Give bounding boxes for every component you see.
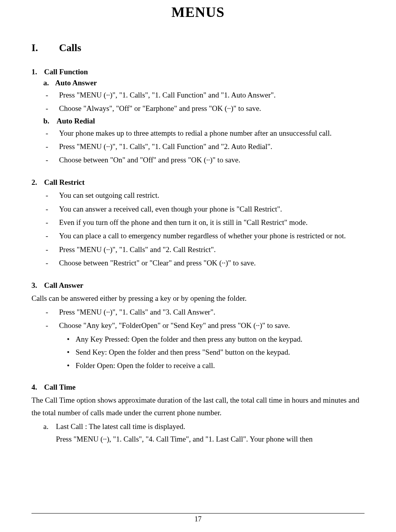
item-letter: a. — [43, 420, 56, 433]
list-text: You can answer a received call, even tho… — [59, 205, 282, 213]
heading-label: Calls — [59, 42, 81, 53]
bullet-text: Folder Open: Open the folder to receive … — [76, 361, 215, 370]
page-number: 17 — [194, 515, 202, 523]
list-text: Choose between "Restrict" or "Clear" and… — [59, 259, 256, 267]
dash-icon: - — [46, 89, 59, 101]
subsection-number: 1. — [31, 68, 44, 76]
dash-icon: - — [46, 319, 59, 332]
subsection-label: Call Restrict — [44, 178, 85, 186]
list-text: Press "MENU (··)", "1. Calls" and "2. Ca… — [59, 245, 216, 254]
subsection-call-time: 4.Call Time — [31, 383, 365, 392]
dash-icon: - — [46, 189, 59, 202]
bullet-item: •Folder Open: Open the folder to receive… — [67, 359, 365, 372]
lettered-item: a.Last Call : The latest call time is di… — [43, 420, 365, 433]
bullet-icon: • — [67, 359, 76, 372]
page-footer: 17 — [31, 513, 365, 523]
list-item: -Choose between "On" and "Off" and press… — [46, 154, 365, 166]
bullet-icon: • — [67, 346, 76, 359]
lettered-continuation: Press "MENU (··), "1. Calls", "4. Call T… — [56, 433, 365, 445]
list-text: Press "MENU (··)", "1. Calls", "1. Call … — [59, 91, 276, 99]
bullet-item: •Send Key: Open the folder and then pres… — [67, 346, 365, 359]
list-item: -You can set outgoing call restrict. — [46, 189, 365, 202]
subsection-number: 3. — [31, 281, 44, 290]
dash-icon: - — [46, 216, 59, 229]
bullet-item: •Any Key Pressed: Open the folder and th… — [67, 333, 365, 346]
page: MENUS I.Calls 1.Call Function a.Auto Ans… — [0, 0, 396, 532]
list-item: -Even if you turn off the phone and then… — [46, 216, 365, 229]
list-text: You can place a call to emergency number… — [59, 232, 346, 240]
dash-icon: - — [46, 140, 59, 153]
list-item: -You can answer a received call, even th… — [46, 203, 365, 215]
item-auto-redial: b. Auto Redial — [43, 117, 365, 125]
list-item: -Choose "Always", "Off" or "Earphone" an… — [46, 102, 365, 115]
heading-number: I. — [31, 42, 59, 54]
list-text: Choose "Always", "Off" or "Earphone" and… — [59, 104, 261, 112]
item-auto-answer: a.Auto Answer — [43, 79, 365, 87]
list-item: -Press "MENU (··)", "1. Calls" and "2. C… — [46, 243, 365, 256]
subsection-number: 4. — [31, 383, 44, 392]
list-text: Press "MENU (··)", "1. Calls", "1. Call … — [59, 142, 272, 151]
page-title: MENUS — [31, 4, 365, 20]
section-heading: I.Calls — [31, 42, 365, 54]
list-item: -Press "MENU (··)", "1. Calls", "1. Call… — [46, 140, 365, 153]
lettered-text: Last Call : The latest call time is disp… — [56, 422, 185, 431]
list-text: Choose "Any key", "FolderOpen" or "Send … — [59, 321, 290, 330]
list-text: Your phone makes up to three attempts to… — [59, 129, 331, 137]
subsection-label: Call Function — [44, 68, 88, 76]
subsection-call-restrict: 2.Call Restrict — [31, 178, 365, 187]
subsection-number: 2. — [31, 178, 44, 187]
dash-icon: - — [46, 257, 59, 269]
bullet-text: Any Key Pressed: Open the folder and the… — [76, 335, 302, 343]
subsection-call-function: 1.Call Function — [31, 68, 365, 76]
dash-icon: - — [46, 306, 59, 318]
dash-icon: - — [46, 127, 59, 140]
list-item: -Choose between "Restrict" or "Clear" an… — [46, 257, 365, 269]
dash-icon: - — [46, 230, 59, 242]
paragraph: Calls can be answered either by pressing… — [31, 292, 365, 305]
list-item: -Press "MENU (··)", "1. Calls" and "3. C… — [46, 306, 365, 318]
paragraph: The Call Time option shows approximate d… — [31, 394, 365, 420]
dash-icon: - — [46, 203, 59, 215]
subsection-label: Call Answer — [44, 281, 83, 289]
list-text: You can set outgoing call restrict. — [59, 191, 159, 199]
list-item: -Choose "Any key", "FolderOpen" or "Send… — [46, 319, 365, 332]
list-item: -You can place a call to emergency numbe… — [46, 230, 365, 242]
dash-icon: - — [46, 154, 59, 166]
dash-icon: - — [46, 102, 59, 115]
item-label: Auto Redial — [55, 117, 95, 125]
bullet-text: Send Key: Open the folder and then press… — [76, 348, 290, 356]
item-letter: a. — [43, 79, 55, 87]
list-item: -Your phone makes up to three attempts t… — [46, 127, 365, 140]
list-text: Even if you turn off the phone and then … — [59, 218, 308, 226]
item-label: Auto Answer — [55, 79, 97, 87]
list-item: -Press "MENU (··)", "1. Calls", "1. Call… — [46, 89, 365, 101]
subsection-call-answer: 3.Call Answer — [31, 281, 365, 290]
subsection-label: Call Time — [44, 383, 76, 391]
bullet-icon: • — [67, 333, 76, 346]
list-text: Press "MENU (··)", "1. Calls" and "3. Ca… — [59, 308, 215, 316]
item-letter: b. — [43, 117, 55, 125]
dash-icon: - — [46, 243, 59, 256]
list-text: Choose between "On" and "Off" and press … — [59, 156, 240, 164]
